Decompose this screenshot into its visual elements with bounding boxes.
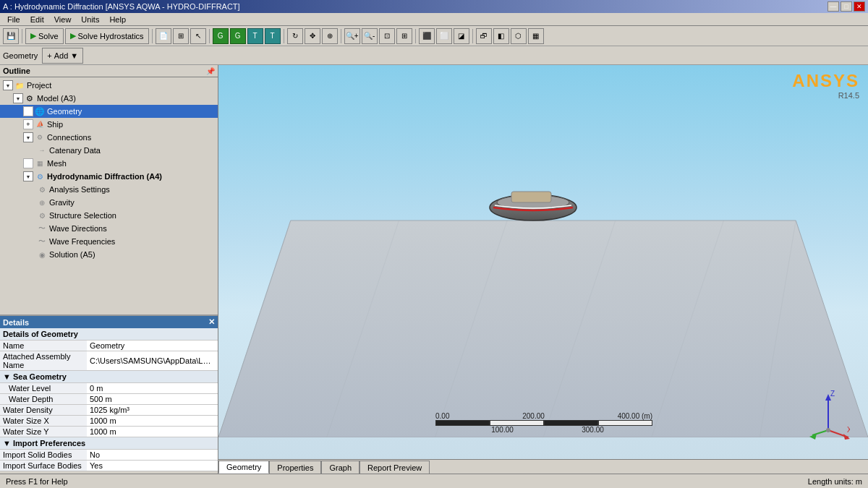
view-button-3[interactable]: ◪ — [454, 28, 469, 44]
details-value-name[interactable]: Geometry — [87, 341, 218, 351]
tab-report-preview[interactable]: Report Preview — [359, 461, 430, 474]
details-label-assembly: Attached Assembly Name — [0, 351, 87, 371]
tab-geometry[interactable]: Geometry — [218, 461, 269, 474]
tree-item-mesh[interactable]: ▦ Mesh — [0, 157, 218, 170]
model-label: Model (A3) — [37, 94, 76, 103]
add-dropdown-button[interactable]: + Add ▼ — [42, 48, 83, 64]
pin-icon[interactable]: 📌 — [206, 67, 215, 75]
close-button[interactable]: ✕ — [854, 1, 865, 12]
details-row-import-line: Import Line Bodies No — [0, 471, 218, 472]
expand-model[interactable] — [13, 93, 23, 103]
shade-button[interactable]: ◧ — [493, 28, 509, 44]
menu-file[interactable]: File — [3, 14, 25, 25]
view-button-1[interactable]: ⬛ — [419, 28, 435, 44]
refresh-button[interactable]: ↻ — [287, 28, 303, 44]
wire-button[interactable]: ⬡ — [511, 28, 527, 44]
rotate-button[interactable]: ⊕ — [322, 28, 338, 44]
teal-button-2[interactable]: T — [265, 28, 281, 44]
menu-view[interactable]: View — [50, 14, 76, 25]
details-row-water-level: Water Level 0 m — [0, 383, 218, 394]
tree-item-ship[interactable]: + ⛵ Ship — [0, 118, 218, 131]
scale-label-0: 0.00 — [435, 412, 449, 420]
green-button-2[interactable]: G — [230, 28, 246, 44]
solve-button[interactable]: ▶ Solve — [25, 28, 64, 44]
select-button[interactable]: ↖ — [190, 28, 206, 44]
details-value-water-size-y[interactable]: 1000 m — [87, 427, 218, 437]
dropdown-arrow-icon: ▼ — [70, 51, 78, 60]
details-value-water-depth[interactable]: 500 m — [87, 394, 218, 405]
tree-item-analysis[interactable]: ⚙ Analysis Settings — [0, 183, 218, 196]
teal-button-1[interactable]: T — [247, 28, 263, 44]
details-value-import-line[interactable]: No — [87, 471, 218, 472]
scale-bar: 0.00 200.00 400.00 (m) 100.00 300.00 — [435, 412, 652, 434]
viewport[interactable]: ANSYS R14.5 — [218, 65, 868, 474]
menu-help[interactable]: Help — [105, 14, 130, 25]
svg-point-18 — [826, 428, 830, 432]
analysis-label: Analysis Settings — [49, 185, 110, 194]
solve-hydrostatics-button[interactable]: ▶ Solve Hydrostatics — [65, 28, 149, 44]
details-value-assembly[interactable]: C:\Users\SAMSUNG\AppData\Local\Temp\WB..… — [87, 351, 218, 371]
zoom-out-button[interactable]: 🔍- — [362, 28, 378, 44]
tab-graph[interactable]: Graph — [321, 461, 359, 474]
tree-item-catenary[interactable]: → Catenary Data — [0, 144, 218, 157]
details-label-water-size-y: Water Size Y — [0, 427, 87, 437]
maximize-button[interactable]: □ — [841, 1, 852, 12]
view-button-2[interactable]: ⬜ — [436, 28, 452, 44]
details-value-water-level[interactable]: 0 m — [87, 383, 218, 394]
details-section-import-title: ▼ Import Preferences — [0, 437, 218, 450]
window-controls: — □ ✕ — [827, 1, 865, 12]
save-button[interactable]: 💾 — [3, 28, 19, 44]
move-button[interactable]: ✥ — [305, 28, 320, 44]
menu-units[interactable]: Units — [77, 14, 103, 25]
expand-hydrodiff[interactable] — [23, 171, 33, 181]
render-button[interactable]: 🗗 — [476, 28, 492, 44]
expand-geometry[interactable]: + — [23, 106, 33, 116]
details-value-import-solid[interactable]: No — [87, 450, 218, 461]
details-value-water-density[interactable]: 1025 kg/m³ — [87, 405, 218, 416]
expand-project[interactable] — [3, 80, 13, 90]
details-row-water-size-y: Water Size Y 1000 m — [0, 427, 218, 437]
tree-item-wavedirs[interactable]: 〜 Wave Directions — [0, 222, 218, 235]
tree-item-hydrodiff[interactable]: ⚙ Hydrodynamic Diffraction (A4) — [0, 170, 218, 183]
details-header: Details ✕ — [0, 316, 218, 328]
mesh-icon: ▦ — [34, 158, 46, 169]
svg-marker-14 — [843, 434, 850, 440]
tree-item-connections[interactable]: ⚙ Connections — [0, 131, 218, 144]
tree-item-gravity[interactable]: ⊕ Gravity — [0, 196, 218, 209]
tab-properties[interactable]: Properties — [269, 461, 321, 474]
import-section-collapse-icon: ▼ — [3, 439, 13, 448]
tree-item-geometry[interactable]: + 🌐 Geometry — [0, 105, 218, 118]
details-section-import: ▼ Import Preferences — [0, 437, 218, 450]
geometry-toolbar: Geometry + Add ▼ — [0, 46, 868, 65]
svg-marker-0 — [218, 221, 868, 437]
green-button-1[interactable]: G — [213, 28, 229, 44]
details-section-main: Details of Geometry — [0, 328, 218, 341]
add-label: Add — [54, 51, 69, 60]
details-table: Details of Geometry Name Geometry Attach… — [0, 328, 218, 471]
expand-ship[interactable]: + — [23, 119, 33, 129]
tree-item-structure[interactable]: ⚙ Structure Selection — [0, 209, 218, 222]
details-value-import-surface[interactable]: Yes — [87, 461, 218, 471]
details-row-water-size-x: Water Size X 1000 m — [0, 416, 218, 427]
select-all-button[interactable]: ⊞ — [173, 28, 189, 44]
zoom-in-button[interactable]: 🔍+ — [344, 28, 360, 44]
sea-section-collapse-icon: ▼ — [3, 372, 13, 381]
zoom-fit-button[interactable]: ⊡ — [379, 28, 395, 44]
tree-item-model[interactable]: ⚙ Model (A3) — [0, 92, 218, 105]
geometry-icon: 🌐 — [34, 106, 46, 117]
menu-edit[interactable]: Edit — [26, 14, 48, 25]
tree-item-solution[interactable]: ◉ Solution (A5) — [0, 248, 218, 261]
zoom-box-button[interactable]: ⊞ — [396, 28, 412, 44]
minimize-button[interactable]: — — [827, 1, 839, 12]
expand-mesh[interactable] — [23, 158, 33, 168]
expand-connections[interactable] — [23, 132, 33, 142]
new-button[interactable]: 📄 — [156, 28, 171, 44]
details-close-icon[interactable]: ✕ — [208, 317, 215, 327]
disp-button[interactable]: ▦ — [528, 28, 544, 44]
details-value-water-size-x[interactable]: 1000 m — [87, 416, 218, 427]
tree-item-wavefreqs[interactable]: 〜 Wave Frequencies — [0, 235, 218, 248]
connections-icon: ⚙ — [34, 132, 46, 143]
tree-item-project[interactable]: 📁 Project — [0, 79, 218, 92]
details-label-import-line: Import Line Bodies — [0, 471, 87, 472]
svg-rect-9 — [511, 192, 551, 202]
